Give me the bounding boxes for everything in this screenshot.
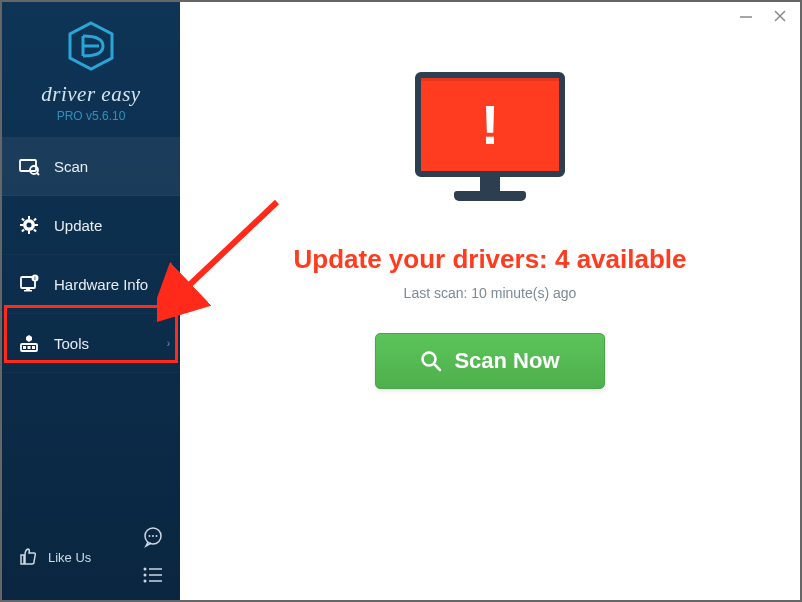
sidebar-item-update[interactable]: Update [2,196,180,255]
svg-rect-27 [32,346,35,349]
sidebar-item-label: Update [54,217,102,234]
feedback-icon[interactable] [142,526,164,552]
svg-rect-25 [23,346,26,349]
last-scan-text: Last scan: 10 minute(s) ago [404,285,577,301]
like-us-button[interactable]: Like Us [18,546,91,569]
svg-rect-10 [28,216,30,219]
svg-rect-20 [26,288,30,290]
close-button[interactable] [772,8,788,24]
monitor-base [454,191,526,201]
logo-area: driver easy PRO v5.6.10 [2,2,180,133]
alert-icon: ! [481,92,500,157]
sidebar-item-label: Hardware Info [54,276,148,293]
sidebar-item-label: Scan [54,158,88,175]
svg-line-8 [37,173,39,175]
svg-rect-14 [21,218,25,222]
svg-rect-12 [20,224,23,226]
svg-point-18 [27,223,32,228]
svg-point-29 [149,535,151,537]
sidebar-footer: Like Us [2,514,180,600]
scan-icon [18,155,40,177]
sidebar-item-hardware-info[interactable]: i Hardware Info › [2,255,180,314]
logo-icon [2,20,180,76]
scan-now-label: Scan Now [454,348,559,374]
svg-point-32 [144,568,147,571]
monitor-illustration: ! [410,72,570,222]
svg-point-34 [144,574,147,577]
svg-rect-17 [21,229,25,233]
svg-rect-11 [28,231,30,234]
sidebar-item-label: Tools [54,335,89,352]
update-icon [18,214,40,236]
main-panel: ! Update your drivers: 4 available Last … [180,2,800,600]
svg-point-31 [156,535,158,537]
scan-now-button[interactable]: Scan Now [375,333,604,389]
hardware-info-icon: i [18,273,40,295]
monitor-neck [480,177,500,191]
chevron-right-icon: › [167,279,170,290]
search-icon [420,350,442,372]
nav: Scan Update i Hardware Info › Tools › [2,137,180,373]
svg-line-41 [434,364,440,370]
svg-rect-21 [24,290,32,292]
chevron-right-icon: › [167,338,170,349]
minimize-button[interactable] [738,8,754,24]
sidebar: driver easy PRO v5.6.10 Scan Update i Ha… [2,2,180,600]
svg-rect-15 [33,229,37,233]
headline: Update your drivers: 4 available [293,244,686,275]
svg-point-36 [144,580,147,583]
thumbs-up-icon [18,546,38,569]
sidebar-item-scan[interactable]: Scan [2,137,180,196]
svg-rect-13 [35,224,38,226]
menu-icon[interactable] [142,566,164,588]
brand-name: driver easy [2,82,180,107]
like-us-label: Like Us [48,550,91,565]
sidebar-item-tools[interactable]: Tools › [2,314,180,373]
svg-rect-26 [28,346,31,349]
tools-icon [18,332,40,354]
svg-point-30 [152,535,154,537]
version-label: PRO v5.6.10 [2,109,180,123]
svg-rect-16 [33,218,37,222]
monitor-screen: ! [415,72,565,177]
